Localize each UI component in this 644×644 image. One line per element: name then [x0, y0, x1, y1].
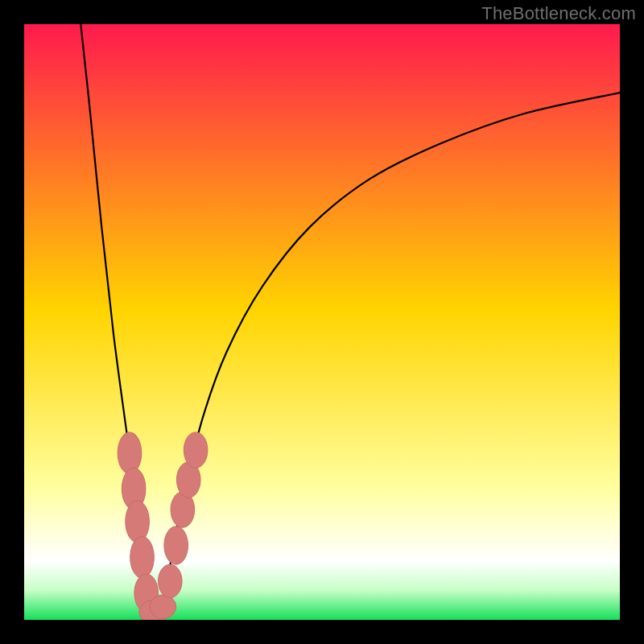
bottleneck-curve-chart	[24, 24, 620, 620]
data-marker	[130, 536, 155, 578]
watermark-text: TheBottleneck.com	[481, 3, 636, 24]
gradient-background	[24, 24, 620, 620]
chart-frame: TheBottleneck.com	[0, 0, 644, 644]
data-marker	[126, 501, 150, 543]
plot-area	[24, 24, 620, 620]
data-marker	[118, 432, 142, 474]
data-marker	[150, 595, 176, 619]
data-marker	[164, 526, 188, 564]
data-marker	[184, 432, 208, 468]
data-marker	[159, 564, 183, 597]
